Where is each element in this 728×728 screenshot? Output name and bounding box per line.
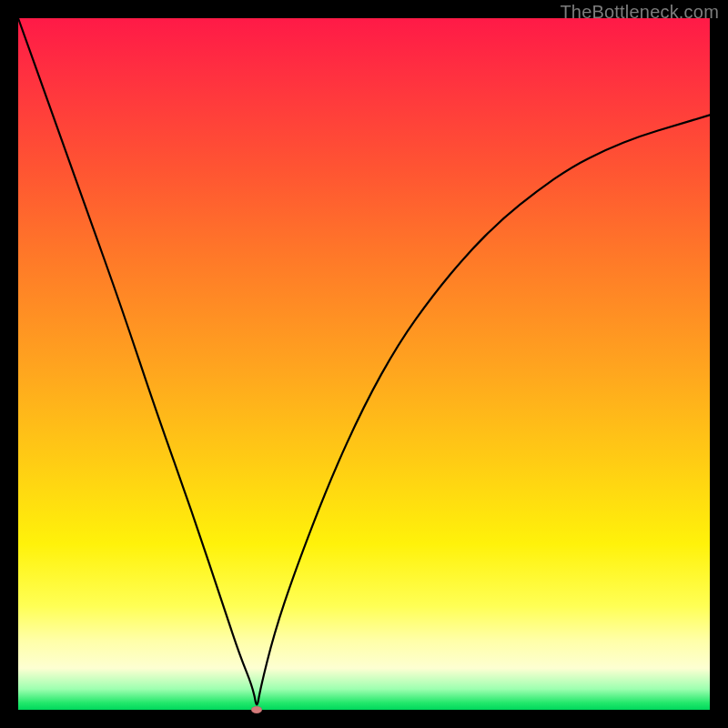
minimum-marker	[251, 706, 262, 713]
watermark-text: TheBottleneck.com	[560, 2, 719, 23]
bottleneck-curve-path	[18, 18, 710, 704]
chart-frame: TheBottleneck.com	[0, 0, 728, 728]
chart-curve	[18, 18, 710, 710]
